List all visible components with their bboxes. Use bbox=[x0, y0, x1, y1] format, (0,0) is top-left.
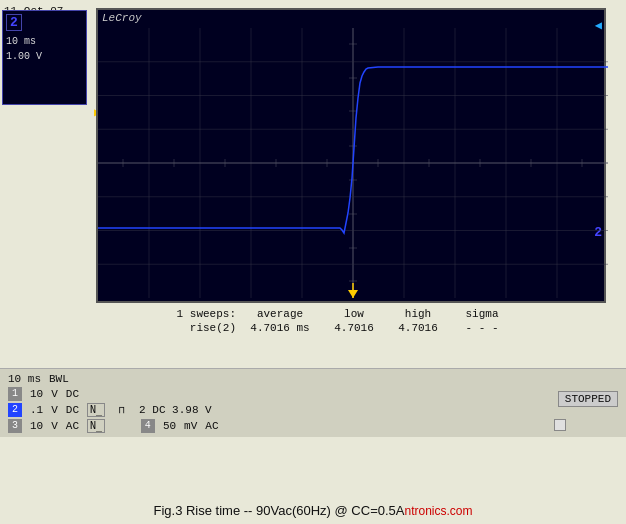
channel-number: 2 bbox=[6, 14, 22, 31]
status-bar: 10 ms BWL 1 MS/s 1 10 V DC 2 .1 V DC N̲ … bbox=[0, 368, 626, 437]
channel-info-box: 2 10 ms 1.00 V bbox=[2, 10, 87, 105]
status-row-ch2: 2 .1 V DC N̲ ⊓ 2 DC 3.98 V STOPPED bbox=[8, 403, 618, 417]
ch2-coupling: DC bbox=[66, 404, 79, 416]
svg-marker-35 bbox=[348, 290, 358, 298]
ch2-volts: .1 bbox=[30, 404, 43, 416]
ch3-volts: 10 bbox=[30, 420, 43, 432]
ch1-badge: 1 bbox=[8, 387, 22, 401]
brand-label: LeCroy bbox=[102, 12, 142, 24]
ch3-unit: V bbox=[51, 420, 58, 432]
meas-sigma: - - - bbox=[452, 322, 512, 334]
col-average: average bbox=[240, 308, 320, 320]
meas-high: 4.7016 bbox=[388, 322, 448, 334]
sweeps-label: 1 sweeps: bbox=[156, 308, 236, 320]
col-sigma: sigma bbox=[452, 308, 512, 320]
volts-per-div: 1.00 V bbox=[6, 49, 83, 64]
ch3-coupling: AC bbox=[66, 420, 79, 432]
ch4-coupling: AC bbox=[205, 420, 218, 432]
ch3-bwl-indicator: N̲ bbox=[87, 419, 105, 433]
pulse-symbol: ⊓ bbox=[119, 404, 125, 416]
indicator-square bbox=[554, 419, 566, 431]
ch2-unit: V bbox=[51, 404, 58, 416]
col-low: low bbox=[324, 308, 384, 320]
ch4-badge: 4 bbox=[141, 419, 155, 433]
brand-text: ntronics.com bbox=[404, 504, 472, 518]
ch3-badge: 3 bbox=[8, 419, 22, 433]
status-row-ch1: 1 10 V DC bbox=[8, 387, 618, 401]
status-row-timebase: 10 ms BWL 1 MS/s bbox=[8, 373, 618, 385]
ch2-badge: 2 bbox=[8, 403, 22, 417]
caption-text: Fig.3 Rise time -- 90Vac(60Hz) @ CC=0.5A bbox=[153, 503, 404, 518]
measurement-area: 1 sweeps: average low high sigma rise(2)… bbox=[96, 308, 606, 334]
ch4-volts: 50 bbox=[163, 420, 176, 432]
ch2-bwl-indicator: N̲ bbox=[87, 403, 105, 417]
ch4-unit: mV bbox=[184, 420, 197, 432]
meas-row-label: rise(2) bbox=[156, 322, 236, 334]
status-row-ch3ch4: 3 10 V AC N̲ 4 50 mV AC bbox=[8, 419, 618, 433]
ch1-coupling: DC bbox=[66, 388, 79, 400]
ch2-probe-info: 2 DC 3.98 V bbox=[139, 404, 212, 416]
col-high: high bbox=[388, 308, 448, 320]
waveform-svg bbox=[98, 28, 608, 298]
ch1-volts: 10 bbox=[30, 388, 43, 400]
meas-header-row: 1 sweeps: average low high sigma bbox=[96, 308, 606, 320]
scope-screen: LeCroy ◀ 2 bbox=[96, 8, 606, 303]
meas-data-row: rise(2) 4.7016 ms 4.7016 4.7016 - - - bbox=[96, 322, 606, 334]
figure-caption: Fig.3 Rise time -- 90Vac(60Hz) @ CC=0.5A… bbox=[0, 503, 626, 518]
stopped-badge: STOPPED bbox=[558, 391, 618, 407]
grid-area bbox=[98, 28, 608, 298]
time-per-div: 10 ms bbox=[6, 34, 83, 49]
meas-low: 4.7016 bbox=[324, 322, 384, 334]
bwl-label: BWL bbox=[49, 373, 69, 385]
ch1-unit: V bbox=[51, 388, 58, 400]
oscilloscope-display: 11-Oct-07 9:51:54 2 10 ms 1.00 V ▶ LeCro… bbox=[0, 0, 626, 524]
meas-average: 4.7016 ms bbox=[240, 322, 320, 334]
timebase-value: 10 ms bbox=[8, 373, 41, 385]
